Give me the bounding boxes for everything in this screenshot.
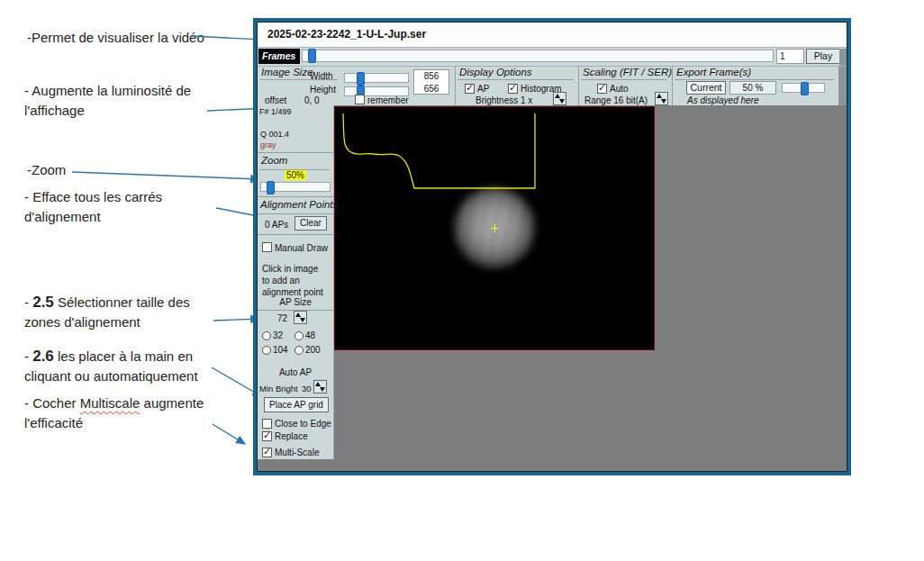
ap-checkbox[interactable] <box>465 84 475 94</box>
remember-label: remember <box>367 95 409 105</box>
frames-row: Frames 1 Play <box>258 48 847 66</box>
frame-counter: F# 1/499 <box>259 107 292 116</box>
annotation-ap-size: - 2.5 Sélectionner taille des zones d'al… <box>24 293 190 332</box>
clear-button[interactable]: Clear <box>294 216 327 231</box>
width-slider[interactable] <box>344 73 409 83</box>
auto-scaling-checkbox[interactable] <box>597 84 607 94</box>
width-label: Width <box>310 71 333 81</box>
export-note: As displayed here <box>687 95 759 105</box>
sidebar: F# 1/499 Q 001.4 gray Zoom 50% Alignment… <box>258 105 334 459</box>
divider <box>258 234 333 235</box>
histogram-checkbox[interactable] <box>508 84 518 94</box>
ap-size-stepper[interactable] <box>294 311 307 324</box>
close-to-edge-label: Close to Edge <box>275 419 331 429</box>
place-ap-grid-button[interactable]: Place AP grid <box>264 397 329 412</box>
zoom-value: 50% <box>285 170 306 180</box>
app-window-content: 2025-02-23-2242_1-U-L-Jup.ser Frames 1 P… <box>257 22 847 472</box>
frame-number-field[interactable]: 1 <box>776 49 804 64</box>
brightness-stepper[interactable] <box>553 92 566 105</box>
ap-size-radio-200-label: 200 <box>305 345 321 355</box>
auto-scaling-label: Auto <box>610 84 629 94</box>
width-value[interactable]: 856 <box>414 70 448 83</box>
export-header: Export Frame(s) <box>675 67 834 80</box>
alignment-cross-icon <box>494 224 495 232</box>
app-window: 2025-02-23-2242_1-U-L-Jup.ser Frames 1 P… <box>253 18 851 475</box>
arrow-to-zoom-slider <box>72 172 259 179</box>
image-display-area[interactable] <box>334 106 655 350</box>
ap-size-label: AP Size <box>258 297 333 307</box>
ap-size-radio-200[interactable] <box>294 346 303 355</box>
multiscale-checkbox[interactable] <box>262 448 272 457</box>
display-options-section: Display Options AP Histogram Brightness … <box>456 67 579 106</box>
export-section: Export Frame(s) Current 50 % As displaye… <box>673 67 838 106</box>
divider <box>258 196 333 197</box>
quality-value: Q 001.4 <box>260 130 289 139</box>
alignment-points-header: Alignment Points <box>260 199 338 210</box>
offset-value: 0, 0 <box>304 95 320 105</box>
divider <box>258 152 333 153</box>
frames-slider[interactable] <box>302 50 774 62</box>
ap-size-radio-32[interactable] <box>262 331 271 340</box>
ap-label: AP <box>477 84 489 94</box>
replace-checkbox[interactable] <box>262 431 272 441</box>
export-slider-thumb[interactable] <box>801 82 809 95</box>
export-percent-value[interactable]: 50 % <box>729 81 776 95</box>
annotation-place-aps: - 2.6 les placer à la main en cliquant o… <box>24 347 198 386</box>
frames-slider-thumb[interactable] <box>308 49 316 63</box>
export-slider[interactable] <box>782 83 825 93</box>
ap-size-radio-32-label: 32 <box>273 330 283 340</box>
divider <box>258 213 333 214</box>
height-label: Height <box>310 85 336 95</box>
toolbar: Image Size Width Height 856 656 offset 0… <box>258 66 847 105</box>
auto-ap-label: Auto AP <box>258 367 333 377</box>
manual-draw-checkbox[interactable] <box>262 242 272 252</box>
arrow-to-multiscale <box>213 424 245 444</box>
title-bar[interactable]: 2025-02-23-2242_1-U-L-Jup.ser <box>258 23 847 48</box>
play-button[interactable]: Play <box>806 49 840 64</box>
min-bright-stepper[interactable] <box>313 380 327 394</box>
width-slider-thumb[interactable] <box>357 72 365 86</box>
zoom-header: Zoom <box>261 155 287 166</box>
min-bright-value[interactable]: 30 <box>302 384 312 394</box>
scaling-section: Scaling (FIT / SER) Auto Range 16 bit(A) <box>579 67 673 106</box>
export-current-button[interactable]: Current <box>686 81 726 95</box>
ap-count: 0 APs <box>265 220 288 230</box>
image-size-section: Image Size Width Height 856 656 offset 0… <box>258 67 456 106</box>
height-value[interactable]: 656 <box>414 83 448 95</box>
display-options-header: Display Options <box>457 67 574 80</box>
size-values-box: 856 656 <box>413 69 449 95</box>
annotation-multiscale: - Cocher Multiscale augmente l'efficacit… <box>24 394 204 433</box>
multiscale-label: Multi-Scale <box>275 448 319 457</box>
min-bright-label: Min Bright <box>259 384 298 394</box>
ap-size-radio-104-label: 104 <box>273 345 288 355</box>
remember-checkbox[interactable] <box>355 95 365 104</box>
offset-label: offset <box>265 95 286 105</box>
annotation-clear-aps: - Efface tous les carrés d'alignement <box>24 187 162 227</box>
main-area: F# 1/499 Q 001.4 gray Zoom 50% Alignment… <box>258 105 847 471</box>
manual-draw-label: Manual Draw <box>275 243 328 253</box>
annotation-zoom: -Zoom <box>27 160 66 180</box>
zoom-slider[interactable] <box>260 182 331 192</box>
ap-size-radio-48-label: 48 <box>305 330 315 340</box>
scaling-header: Scaling (FIT / SER) <box>581 67 667 80</box>
ap-size-radio-48[interactable] <box>294 331 303 340</box>
close-to-edge-checkbox[interactable] <box>262 419 272 429</box>
ap-size-radio-104[interactable] <box>262 346 271 355</box>
replace-label: Replace <box>275 431 308 441</box>
range-label: Range 16 bit(A) <box>584 95 648 105</box>
toolbar-right-filler <box>838 67 847 105</box>
screenshot-root: -Permet de visualiser la vidéo - Augment… <box>0 0 924 561</box>
annotation-visualize-video: -Permet de visualiser la vidéo <box>27 28 204 48</box>
zoom-slider-thumb[interactable] <box>267 181 275 195</box>
window-title: 2025-02-23-2242_1-U-L-Jup.ser <box>267 28 426 41</box>
range-stepper[interactable] <box>655 92 668 105</box>
annotation-brightness: - Augmente la luminosité de l'affichage <box>24 81 191 121</box>
brightness-label: Brightness 1 x <box>476 95 532 105</box>
ap-size-value[interactable]: 72 <box>277 313 287 323</box>
color-mode-value: gray <box>260 140 276 149</box>
frames-right-filler <box>839 49 847 66</box>
frames-label: Frames <box>258 49 300 64</box>
ap-hint-text: Click in image to add an alignment point <box>262 263 323 298</box>
